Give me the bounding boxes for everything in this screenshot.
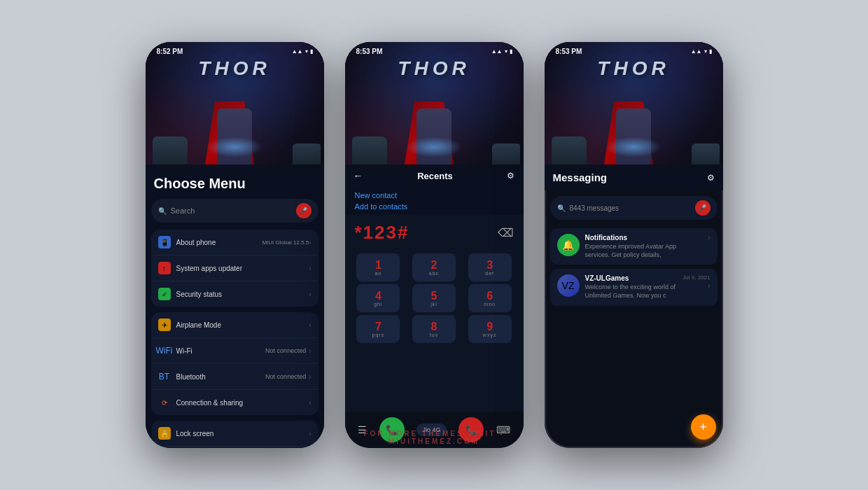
- phone-settings: 8:52 PM ▲▲ ▾ ▮ THOR Choose Menu 🔍: [146, 42, 324, 448]
- airplane-label: Airplane Mode: [176, 321, 309, 329]
- lockscreen-icon: 🔒: [158, 427, 171, 440]
- settings-item-airplane[interactable]: ✈ Airplane Mode ›: [151, 312, 318, 338]
- backspace-button[interactable]: ⌫: [498, 226, 514, 239]
- settings-item-security[interactable]: ✓ Security status ›: [151, 281, 318, 307]
- dialer-bottom-bar: ☰ 📞 Jio 4G 📞 ⌨: [345, 412, 524, 448]
- vzgames-meta: Jul 9, 2021 ›: [682, 274, 710, 290]
- messaging-settings-icon[interactable]: ⚙: [707, 173, 715, 183]
- status-icons-3: ▲▲ ▾ ▮: [691, 48, 712, 55]
- search-bar[interactable]: 🔍 Search 🎤: [151, 199, 318, 223]
- bluetooth-arrow: ›: [309, 373, 311, 381]
- phone-dialer: 8:53 PM ▲▲ ▾ ▮ THOR ← Recents ⚙: [345, 42, 524, 448]
- thor-glow-1: [206, 136, 262, 158]
- airplane-arrow: ›: [309, 321, 311, 329]
- lockscreen-arrow: ›: [309, 430, 311, 438]
- security-label: Security status: [176, 290, 309, 298]
- dialer-display: *123# ⌫: [345, 215, 524, 251]
- messaging-title: Messaging: [553, 172, 608, 183]
- thor-glow-3: [606, 136, 662, 158]
- wifi-icon: WiFi: [158, 344, 171, 357]
- thor-title-2: THOR: [398, 57, 470, 80]
- messaging-header: Messaging ⚙: [545, 164, 723, 190]
- key-1[interactable]: 1ao: [356, 253, 400, 281]
- mic-button[interactable]: 🎤: [296, 203, 312, 218]
- airplane-icon: ✈: [158, 318, 171, 331]
- settings-item-bluetooth[interactable]: BT Bluetooth Not connected ›: [151, 364, 318, 390]
- add-contacts-button[interactable]: Add to contacts: [355, 202, 514, 211]
- message-item-vzgames[interactable]: VZ VZ-ULGames Welcome to the exciting wo…: [550, 269, 718, 305]
- rock-right-3: [692, 144, 720, 164]
- settings-group-3: 🔒 Lock screen › ☀ Display ›: [151, 421, 318, 448]
- message-item-notifications[interactable]: 🔔 Notifications Experience improved Avat…: [550, 228, 718, 265]
- wifi-label: Wi-Fi: [176, 347, 266, 355]
- settings-group-1: 📱 About phone MIUI Global 12.5.5 › ↑ Sys…: [151, 230, 318, 307]
- settings-item-updater[interactable]: ↑ System apps updater ›: [151, 255, 318, 281]
- status-bar-1: 8:52 PM ▲▲ ▾ ▮: [146, 42, 324, 58]
- thor-header-2: THOR: [345, 42, 524, 164]
- signal-icon: ▲▲: [292, 48, 303, 55]
- rock-right-1: [293, 144, 321, 164]
- key-7[interactable]: 7pqrs: [356, 315, 400, 343]
- wifi-status-icon: ▾: [305, 48, 308, 55]
- thor-header-1: THOR: [146, 42, 324, 164]
- thor-glow-2: [406, 136, 462, 158]
- settings-content: Choose Menu 🔍 Search 🎤 📱 About phone MIU…: [146, 164, 324, 448]
- menu-icon[interactable]: ☰: [358, 424, 367, 435]
- thor-title-1: THOR: [198, 57, 270, 80]
- key-8[interactable]: 8tuv: [412, 315, 456, 343]
- settings-item-connection[interactable]: ⟳ Connection & sharing ›: [151, 390, 318, 415]
- key-9[interactable]: 9wxyz: [468, 315, 512, 343]
- rock-left-3: [552, 136, 587, 164]
- rock-left-1: [153, 136, 188, 164]
- vzgames-sender: VZ-ULGames: [585, 274, 678, 282]
- key-6[interactable]: 6mno: [468, 284, 512, 312]
- about-phone-icon: 📱: [158, 236, 171, 248]
- signal-icon-3: ▲▲: [691, 48, 702, 55]
- lockscreen-label: Lock screen: [176, 430, 309, 438]
- back-button[interactable]: ←: [354, 170, 363, 181]
- settings-icon[interactable]: ⚙: [507, 171, 514, 181]
- key-2[interactable]: 2abc: [412, 253, 456, 281]
- call-red-button[interactable]: 📞: [458, 417, 484, 442]
- connection-arrow: ›: [309, 399, 311, 407]
- battery-icon-2: ▮: [510, 48, 512, 55]
- settings-item-wifi[interactable]: WiFi Wi-Fi Not connected ›: [151, 338, 318, 364]
- call-green-button[interactable]: 📞: [379, 417, 405, 442]
- status-icons-2: ▲▲ ▾ ▮: [491, 48, 512, 55]
- signal-icon-2: ▲▲: [491, 48, 503, 55]
- compose-button[interactable]: +: [691, 414, 716, 440]
- about-phone-value: MIUI Global 12.5.5: [262, 239, 309, 246]
- status-bar-3: 8:53 PM ▲▲ ▾ ▮: [545, 42, 723, 58]
- message-body-notifications: Notifications Experience improved Avatar…: [585, 234, 703, 259]
- key-4[interactable]: 4ghi: [356, 284, 400, 312]
- thor-title-3: THOR: [597, 57, 669, 80]
- notification-avatar: 🔔: [557, 234, 580, 256]
- key-5[interactable]: 5jkl: [412, 284, 456, 312]
- thor-header-3: THOR: [545, 42, 723, 164]
- wifi-status-icon-3: ▾: [704, 48, 707, 55]
- keypad-icon[interactable]: ⌨: [496, 424, 510, 435]
- page-title: Choose Menu: [151, 170, 318, 199]
- wifi-status-icon-2: ▾: [505, 48, 507, 55]
- compose-icon: +: [699, 420, 707, 435]
- key-3[interactable]: 3def: [468, 253, 512, 281]
- message-list: 🔔 Notifications Experience improved Avat…: [545, 225, 723, 448]
- settings-item-display[interactable]: ☀ Display ›: [151, 447, 318, 448]
- new-contact-button[interactable]: New contact: [355, 191, 514, 200]
- search-placeholder: Search: [171, 206, 296, 215]
- dialer-header: ← Recents ⚙: [345, 164, 524, 187]
- notification-sender: Notifications: [585, 234, 703, 241]
- vzgames-avatar: VZ: [557, 274, 580, 297]
- messaging-search-icon: 🔍: [557, 204, 566, 212]
- status-time-3: 8:53 PM: [556, 48, 582, 55]
- about-phone-label: About phone: [176, 239, 262, 246]
- dialer-number: *123#: [355, 222, 410, 244]
- messaging-search-bar[interactable]: 🔍 8443 messages 🎤: [550, 196, 718, 220]
- settings-item-lockscreen[interactable]: 🔒 Lock screen ›: [151, 421, 318, 447]
- status-time-1: 8:52 PM: [157, 48, 183, 55]
- vzgames-preview: Welcome to the exciting world of Unlimit…: [585, 284, 678, 300]
- messaging-mic-button[interactable]: 🎤: [695, 200, 710, 216]
- updater-icon: ↑: [158, 262, 171, 274]
- settings-item-about-phone[interactable]: 📱 About phone MIUI Global 12.5.5 ›: [151, 230, 318, 255]
- status-bar-2: 8:53 PM ▲▲ ▾ ▮: [345, 42, 524, 58]
